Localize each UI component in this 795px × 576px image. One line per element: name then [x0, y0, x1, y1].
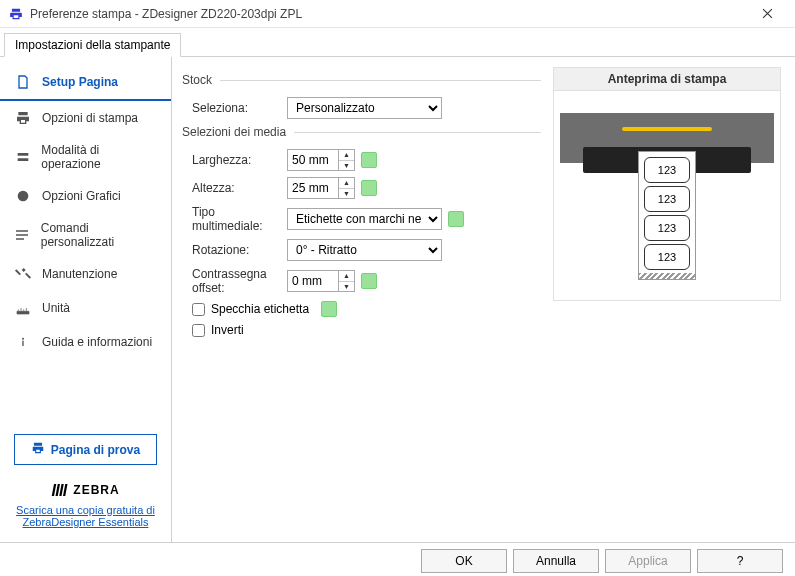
- preview-label: 123: [644, 215, 690, 241]
- rotation-select[interactable]: 0° - Ritratto: [287, 239, 442, 261]
- invert-label: Inverti: [211, 323, 244, 337]
- nav-label: Opzioni di stampa: [42, 111, 138, 125]
- stock-select[interactable]: Personalizzato: [287, 97, 442, 119]
- nav-custom-commands[interactable]: Comandi personalizzati: [0, 213, 171, 257]
- mirror-checkbox[interactable]: [192, 303, 205, 316]
- preview-label: 123: [644, 186, 690, 212]
- group-stock: Stock: [182, 73, 541, 87]
- tabstrip: Impostazioni della stampante: [0, 28, 795, 57]
- height-reset-button[interactable]: [361, 180, 377, 196]
- media-type-select[interactable]: Etichette con marchi neri: [287, 208, 442, 230]
- preview-label: 123: [644, 244, 690, 270]
- printer-icon: [14, 109, 32, 127]
- height-spinner[interactable]: ▲▼: [339, 177, 355, 199]
- svg-point-0: [18, 191, 29, 202]
- preview-title: Anteprima di stampa: [553, 67, 781, 91]
- printer-icon: [8, 6, 24, 22]
- info-icon: [14, 333, 32, 351]
- type-reset-button[interactable]: [448, 211, 464, 227]
- brand-block: ZEBRA Scarica una copia gratuita di Zebr…: [0, 475, 171, 534]
- preview-paper: 123 123 123 123: [638, 151, 696, 280]
- close-button[interactable]: [747, 0, 787, 27]
- svg-rect-2: [22, 341, 23, 346]
- width-reset-button[interactable]: [361, 152, 377, 168]
- preview-canvas: 123 123 123 123: [553, 91, 781, 301]
- tab-printer-settings[interactable]: Impostazioni della stampante: [4, 33, 181, 57]
- nav-label: Manutenzione: [42, 267, 117, 281]
- nav-operation-mode[interactable]: Modalità di operazione: [0, 135, 171, 179]
- sidebar: Setup Pagina Opzioni di stampa Modalità …: [0, 57, 172, 542]
- nav-setup-page[interactable]: Setup Pagina: [0, 65, 171, 101]
- height-input[interactable]: [287, 177, 339, 199]
- nav-label: Setup Pagina: [42, 75, 118, 89]
- svg-point-1: [22, 338, 24, 340]
- cancel-button[interactable]: Annulla: [513, 549, 599, 573]
- window-title: Preferenze stampa - ZDesigner ZD220-203d…: [30, 7, 747, 21]
- test-page-button[interactable]: Pagina di prova: [14, 434, 157, 465]
- nav-label: Opzioni Grafici: [42, 189, 121, 203]
- mirror-label: Specchia etichetta: [211, 302, 309, 316]
- palette-icon: [14, 187, 32, 205]
- nav-help-info[interactable]: Guida e informazioni: [0, 325, 171, 359]
- offset-spinner[interactable]: ▲▼: [339, 270, 355, 292]
- nav-print-options[interactable]: Opzioni di stampa: [0, 101, 171, 135]
- nav-graphics-options[interactable]: Opzioni Grafici: [0, 179, 171, 213]
- footer: OK Annulla Applica ?: [0, 542, 795, 576]
- form-area: Stock Seleziona: Personalizzato Selezion…: [176, 67, 541, 532]
- printer-icon: [31, 441, 45, 458]
- preview-label: 123: [644, 157, 690, 183]
- ruler-icon: [14, 299, 32, 317]
- help-button[interactable]: ?: [697, 549, 783, 573]
- page-icon: [14, 73, 32, 91]
- nav-label: Unità: [42, 301, 70, 315]
- width-spinner[interactable]: ▲▼: [339, 149, 355, 171]
- nav-label: Comandi personalizzati: [41, 221, 157, 249]
- type-label: Tipo multimediale:: [182, 205, 287, 233]
- stock-select-label: Seleziona:: [182, 101, 287, 115]
- offset-reset-button[interactable]: [361, 273, 377, 289]
- nav-units[interactable]: Unità: [0, 291, 171, 325]
- tools-icon: [14, 265, 32, 283]
- nav-maintenance[interactable]: Manutenzione: [0, 257, 171, 291]
- nav-label: Guida e informazioni: [42, 335, 152, 349]
- test-page-label: Pagina di prova: [51, 443, 140, 457]
- ok-button[interactable]: OK: [421, 549, 507, 573]
- nav-label: Modalità di operazione: [41, 143, 157, 171]
- mirror-reset-button[interactable]: [321, 301, 337, 317]
- mode-icon: [14, 148, 31, 166]
- commands-icon: [14, 226, 31, 244]
- offset-label: Contrassegna offset:: [182, 267, 287, 295]
- width-input[interactable]: [287, 149, 339, 171]
- width-label: Larghezza:: [182, 153, 287, 167]
- apply-button[interactable]: Applica: [605, 549, 691, 573]
- zebra-logo: ZEBRA: [51, 481, 119, 499]
- group-media: Selezioni dei media: [182, 125, 541, 139]
- titlebar: Preferenze stampa - ZDesigner ZD220-203d…: [0, 0, 795, 28]
- download-link[interactable]: Scarica una copia gratuita di ZebraDesig…: [12, 504, 159, 528]
- print-preview: Anteprima di stampa 123 123 123 123: [553, 67, 781, 532]
- offset-input[interactable]: [287, 270, 339, 292]
- rotation-label: Rotazione:: [182, 243, 287, 257]
- invert-checkbox[interactable]: [192, 324, 205, 337]
- height-label: Altezza:: [182, 181, 287, 195]
